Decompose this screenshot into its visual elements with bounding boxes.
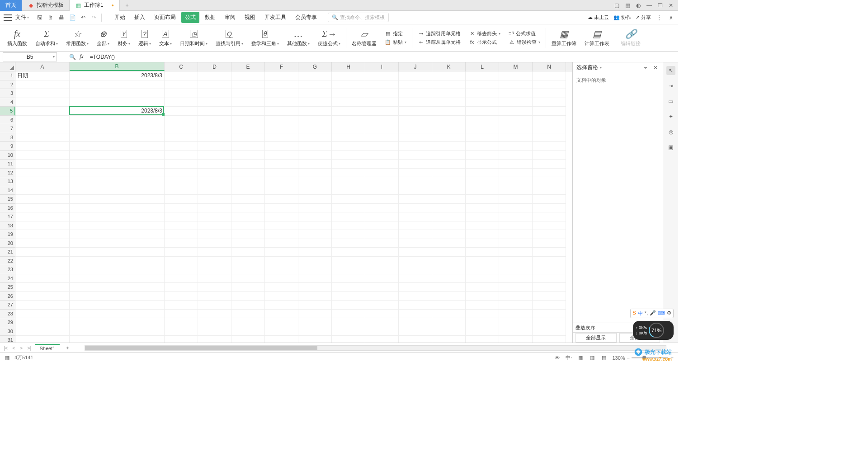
cell-J6[interactable] xyxy=(399,116,432,125)
new-tab-button[interactable]: ＋ xyxy=(120,1,134,9)
cell-J13[interactable] xyxy=(399,177,432,186)
cell-A6[interactable] xyxy=(15,116,70,125)
cell-L14[interactable] xyxy=(466,186,499,195)
cell-C28[interactable] xyxy=(165,310,198,319)
cell-L17[interactable] xyxy=(466,212,499,221)
cell-J21[interactable] xyxy=(399,248,432,257)
cell-D19[interactable] xyxy=(198,230,231,239)
cell-F17[interactable] xyxy=(265,212,298,221)
cell-J31[interactable] xyxy=(399,336,432,343)
cell-A17[interactable] xyxy=(15,212,70,221)
sheet-nav-first[interactable]: |< xyxy=(3,345,9,351)
cell-L6[interactable] xyxy=(466,116,499,125)
cell-N1[interactable] xyxy=(533,71,566,80)
cell-K4[interactable] xyxy=(432,98,466,107)
cell-F2[interactable] xyxy=(265,80,298,89)
cell-C31[interactable] xyxy=(165,336,198,343)
cell-G17[interactable] xyxy=(298,212,332,221)
cell-L16[interactable] xyxy=(466,204,499,213)
cell-G12[interactable] xyxy=(298,169,332,178)
cell-F30[interactable] xyxy=(265,327,298,336)
menu-tab-7[interactable]: 开发工具 xyxy=(261,12,290,23)
cell-K22[interactable] xyxy=(432,257,466,266)
cell-N27[interactable] xyxy=(533,301,566,310)
cell-I22[interactable] xyxy=(365,257,399,266)
cell-E21[interactable] xyxy=(231,248,265,257)
row-header-12[interactable]: 12 xyxy=(0,169,15,178)
cell-I3[interactable] xyxy=(365,89,399,98)
cell-L24[interactable] xyxy=(466,274,499,283)
menu-tab-4[interactable]: 数据 xyxy=(201,12,219,23)
cell-A25[interactable] xyxy=(15,283,70,292)
cell-E19[interactable] xyxy=(231,230,265,239)
pin-icon[interactable]: ⫟ xyxy=(642,64,649,71)
cell-D3[interactable] xyxy=(198,89,231,98)
sheet-nav-last[interactable]: >| xyxy=(26,345,32,351)
cell-G18[interactable] xyxy=(298,221,332,230)
ime-toolbar[interactable]: S 中 °, 🎤 ⌨ ⚙ xyxy=(630,309,674,318)
cell-I28[interactable] xyxy=(365,310,399,319)
row-header-18[interactable]: 18 xyxy=(0,221,15,230)
cell-N25[interactable] xyxy=(533,283,566,292)
edit-link-button[interactable]: 🔗编辑链接 xyxy=(618,24,643,51)
cell-I11[interactable] xyxy=(365,160,399,169)
cell-F6[interactable] xyxy=(265,116,298,125)
cell-L31[interactable] xyxy=(466,336,499,343)
cell-E1[interactable] xyxy=(231,71,265,80)
logic-fn-button[interactable]: ?逻辑▾ xyxy=(136,24,154,51)
cell-G21[interactable] xyxy=(298,248,332,257)
cell-L19[interactable] xyxy=(466,230,499,239)
col-header-H[interactable]: H xyxy=(332,62,365,71)
cell-D27[interactable] xyxy=(198,301,231,310)
cell-N15[interactable] xyxy=(533,195,566,204)
redo-icon[interactable]: ↷ xyxy=(90,14,98,21)
cell-N29[interactable] xyxy=(533,318,566,327)
cell-G28[interactable] xyxy=(298,310,332,319)
cell-B21[interactable] xyxy=(70,248,165,257)
cell-D1[interactable] xyxy=(198,71,231,80)
cell-H9[interactable] xyxy=(332,142,365,151)
row-header-13[interactable]: 13 xyxy=(0,177,15,186)
row-header-14[interactable]: 14 xyxy=(0,186,15,195)
cell-E4[interactable] xyxy=(231,98,265,107)
cell-F25[interactable] xyxy=(265,283,298,292)
menu-tab-8[interactable]: 会员专享 xyxy=(292,12,321,23)
cell-F7[interactable] xyxy=(265,124,298,133)
cell-E8[interactable] xyxy=(231,133,265,142)
cell-H27[interactable] xyxy=(332,301,365,310)
cell-C18[interactable] xyxy=(165,221,198,230)
cell-I10[interactable] xyxy=(365,151,399,160)
cell-K23[interactable] xyxy=(432,265,466,274)
cell-G15[interactable] xyxy=(298,195,332,204)
cell-B12[interactable] xyxy=(70,169,165,178)
cell-C11[interactable] xyxy=(165,160,198,169)
calc-worksheet-button[interactable]: ▤计算工作表 xyxy=(582,24,612,51)
datetime-fn-button[interactable]: ◷日期和时间▾ xyxy=(177,24,210,51)
cell-K18[interactable] xyxy=(432,221,466,230)
cell-M6[interactable] xyxy=(499,116,533,125)
cell-K2[interactable] xyxy=(432,80,466,89)
share-button[interactable]: ↗分享 xyxy=(636,14,651,21)
cell-L27[interactable] xyxy=(466,301,499,310)
cell-K10[interactable] xyxy=(432,151,466,160)
col-header-N[interactable]: N xyxy=(533,62,566,71)
cell-B11[interactable] xyxy=(70,160,165,169)
cell-H26[interactable] xyxy=(332,292,365,301)
cell-N30[interactable] xyxy=(533,327,566,336)
math-fn-button[interactable]: θ数学和三角▾ xyxy=(249,24,282,51)
cell-A26[interactable] xyxy=(15,292,70,301)
cell-A24[interactable] xyxy=(15,274,70,283)
cell-C27[interactable] xyxy=(165,301,198,310)
cell-F26[interactable] xyxy=(265,292,298,301)
cell-H23[interactable] xyxy=(332,265,365,274)
cell-B31[interactable] xyxy=(70,336,165,343)
cell-G4[interactable] xyxy=(298,98,332,107)
col-header-D[interactable]: D xyxy=(198,62,231,71)
other-fn-button[interactable]: …其他函数▾ xyxy=(284,24,312,51)
cell-D29[interactable] xyxy=(198,318,231,327)
row-header-3[interactable]: 3 xyxy=(0,89,15,98)
cell-A9[interactable] xyxy=(15,142,70,151)
cell-A8[interactable] xyxy=(15,133,70,142)
cell-J26[interactable] xyxy=(399,292,432,301)
row-header-22[interactable]: 22 xyxy=(0,257,15,266)
